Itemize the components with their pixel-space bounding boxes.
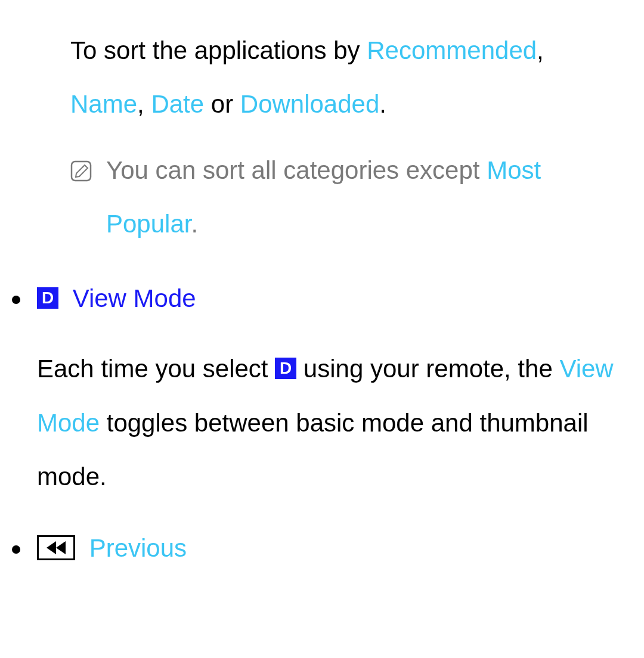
sort-intro-paragraph: To sort the applications by Recommended,… bbox=[70, 24, 620, 132]
sort-downloaded: Downloaded bbox=[240, 90, 380, 118]
triangle-left-icon bbox=[56, 541, 66, 554]
d-button-icon-inline: D bbox=[275, 358, 296, 379]
previous-item: Previous bbox=[36, 522, 620, 575]
previous-heading: Previous bbox=[37, 522, 620, 575]
sort-date: Date bbox=[151, 90, 204, 118]
note-period: . bbox=[191, 210, 198, 238]
bullet-icon bbox=[12, 296, 20, 304]
d-button-icon: D bbox=[37, 287, 58, 309]
sort-name: Name bbox=[70, 90, 137, 118]
intro-text: To sort the applications by bbox=[70, 36, 367, 64]
desc-before: Each time you select bbox=[37, 355, 275, 383]
view-mode-description: Each time you select D using your remote… bbox=[37, 342, 620, 504]
separator: , bbox=[537, 36, 544, 64]
previous-title: Previous bbox=[89, 534, 187, 562]
note-icon bbox=[70, 160, 92, 182]
note-text: You can sort all categories except Most … bbox=[106, 144, 620, 252]
desc-mid: using your remote, the bbox=[296, 355, 559, 383]
note-block: You can sort all categories except Most … bbox=[70, 144, 620, 252]
view-mode-item: D View Mode Each time you select D using… bbox=[36, 272, 620, 504]
triangle-left-icon bbox=[47, 541, 56, 554]
sort-recommended: Recommended bbox=[367, 36, 537, 64]
separator: , bbox=[137, 90, 151, 118]
svg-rect-0 bbox=[72, 162, 91, 181]
text-or: or bbox=[204, 90, 240, 118]
bullet-icon bbox=[12, 545, 20, 554]
view-mode-heading: D View Mode bbox=[37, 272, 620, 325]
desc-after: toggles between basic mode and thumbnail… bbox=[37, 409, 589, 491]
rewind-icon bbox=[37, 535, 75, 560]
note-before: You can sort all categories except bbox=[106, 156, 487, 184]
view-mode-title: View Mode bbox=[73, 284, 196, 312]
period: . bbox=[379, 90, 386, 118]
